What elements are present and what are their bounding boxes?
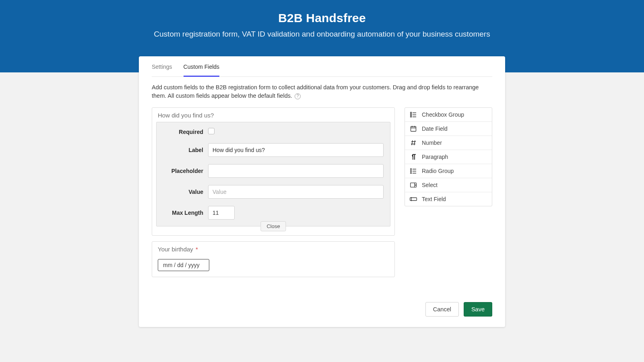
radio-group-icon — [410, 168, 417, 174]
page-title: B2B Handsfree — [0, 11, 644, 25]
svg-rect-0 — [411, 112, 412, 113]
required-asterisk: * — [196, 246, 198, 253]
settings-card: Settings Custom Fields Add custom fields… — [139, 56, 505, 327]
svg-line-12 — [412, 140, 413, 145]
form-canvas: How did you find us? Required Label Plac… — [152, 107, 395, 283]
checkbox-group-icon — [410, 112, 417, 117]
intro-text: Add custom fields to the B2B registratio… — [152, 83, 492, 100]
paragraph-icon — [410, 154, 417, 160]
svg-rect-2 — [411, 114, 412, 115]
cancel-button[interactable]: Cancel — [425, 302, 459, 317]
field-title: How did you find us? — [152, 108, 394, 122]
label-label: Label — [163, 147, 203, 153]
palette-item-checkbox-group[interactable]: Checkbox Group — [405, 108, 492, 122]
placeholder-label: Placeholder — [163, 168, 203, 174]
select-icon — [410, 183, 417, 187]
close-editor-button[interactable]: Close — [260, 221, 286, 231]
page-subtitle: Custom registration form, VAT ID validat… — [0, 30, 644, 39]
field-card-birthday[interactable]: Your birthday * mm / dd / yyyy — [152, 241, 395, 277]
calendar-icon — [410, 125, 417, 132]
field-palette: Checkbox Group Date Field — [405, 107, 492, 206]
palette-item-select[interactable]: Select — [405, 178, 492, 192]
hash-icon — [410, 140, 417, 146]
field-card-how-did-you-find-us[interactable]: How did you find us? Required Label Plac… — [152, 107, 395, 236]
svg-point-18 — [410, 173, 411, 174]
svg-rect-4 — [411, 116, 412, 117]
svg-line-13 — [414, 140, 415, 145]
text-field-icon — [410, 197, 417, 202]
footer-actions: Cancel Save — [152, 302, 492, 317]
placeholder-input[interactable] — [208, 164, 384, 178]
palette-item-radio-group[interactable]: Radio Group — [405, 164, 492, 178]
required-checkbox[interactable] — [208, 128, 215, 134]
svg-point-14 — [410, 169, 411, 170]
palette-item-number[interactable]: Number — [405, 136, 492, 150]
save-button[interactable]: Save — [464, 302, 492, 317]
maxlength-input[interactable] — [208, 206, 235, 220]
field-editor: Required Label Placeholder — [156, 122, 390, 226]
value-input[interactable] — [208, 185, 384, 199]
required-label: Required — [163, 129, 203, 135]
svg-rect-22 — [410, 198, 417, 201]
tab-custom-fields[interactable]: Custom Fields — [184, 64, 219, 77]
help-icon[interactable]: ? — [295, 93, 301, 99]
field-title-birthday: Your birthday * — [152, 242, 394, 256]
svg-rect-6 — [411, 127, 416, 132]
palette-item-text-field[interactable]: Text Field — [405, 192, 492, 206]
palette-item-paragraph[interactable]: Paragraph — [405, 150, 492, 164]
tabs: Settings Custom Fields — [152, 64, 492, 77]
palette-item-date-field[interactable]: Date Field — [405, 122, 492, 136]
label-input[interactable] — [208, 143, 384, 157]
maxlength-label: Max Length — [163, 210, 203, 216]
value-label: Value — [163, 189, 203, 195]
tab-settings[interactable]: Settings — [152, 64, 172, 76]
svg-point-16 — [410, 171, 411, 172]
birthday-date-input[interactable]: mm / dd / yyyy — [158, 259, 209, 271]
